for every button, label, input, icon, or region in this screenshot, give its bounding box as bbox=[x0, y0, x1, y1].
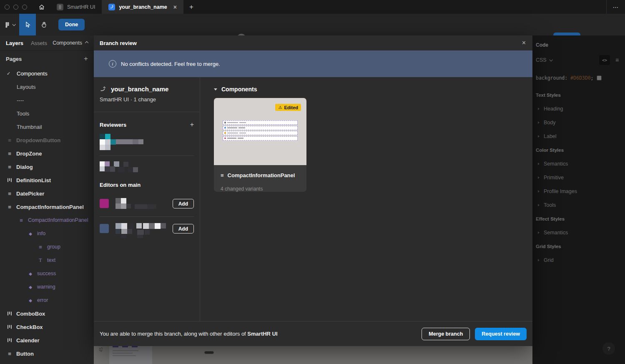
hand-tool-button[interactable] bbox=[36, 14, 53, 35]
page-item-layouts[interactable]: Layouts bbox=[0, 80, 94, 93]
list-view-toggle[interactable]: ≡ bbox=[612, 55, 622, 65]
banner-message: No conflicts detected. Feel free to merg… bbox=[121, 61, 220, 67]
close-tab-icon[interactable]: × bbox=[173, 4, 177, 10]
move-tool-button[interactable] bbox=[19, 14, 36, 35]
layer-variant-success[interactable]: ◆success bbox=[0, 267, 94, 280]
home-button[interactable] bbox=[33, 0, 50, 14]
layer-variant-warning[interactable]: ◆warning bbox=[0, 280, 94, 294]
layer-variant-info[interactable]: ◆info bbox=[0, 227, 94, 240]
changed-component-card[interactable]: ⚠ Edited ≡ CompactInform bbox=[214, 98, 306, 192]
window-more-menu-button[interactable]: ⋯ bbox=[607, 0, 625, 14]
style-item-tools[interactable]: Tools bbox=[532, 198, 625, 212]
layer-definitionlist[interactable]: DefinitionList bbox=[0, 173, 94, 187]
window-controls[interactable] bbox=[0, 5, 33, 10]
disclosure-icon bbox=[538, 108, 540, 110]
layer-label: error bbox=[37, 297, 48, 303]
canvas-frame-label: 45 bbox=[99, 347, 103, 352]
style-item-semantics[interactable]: Semantics bbox=[532, 157, 625, 171]
layer-calender[interactable]: Calender bbox=[0, 334, 94, 347]
page-item-components[interactable]: ✓ Components bbox=[0, 67, 94, 80]
layer-dialog[interactable]: ≡Dialog bbox=[0, 160, 94, 173]
window-close-button[interactable] bbox=[5, 5, 10, 10]
style-item-grid[interactable]: Grid bbox=[532, 253, 625, 267]
panel-tabs: Layers Assets Components bbox=[0, 35, 94, 51]
columns-frame-icon bbox=[7, 178, 13, 183]
page-label: Components bbox=[17, 70, 48, 77]
avatar bbox=[100, 199, 109, 208]
layer-datepicker[interactable]: ≡DatePicker bbox=[0, 187, 94, 200]
pages-title: Pages bbox=[6, 56, 22, 62]
redacted-reviewer-info bbox=[100, 161, 194, 173]
add-reviewer-button[interactable]: + bbox=[190, 121, 194, 128]
tab-assets[interactable]: Assets bbox=[31, 40, 47, 46]
layer-label: warning bbox=[37, 284, 55, 290]
add-editor-button[interactable]: Add bbox=[173, 199, 194, 208]
color-styles-header: Color Styles bbox=[532, 143, 625, 157]
changes-panel: Components ⚠ Edited bbox=[200, 77, 532, 321]
style-label: Heading bbox=[544, 106, 563, 112]
home-icon bbox=[38, 4, 45, 10]
style-label: Semantics bbox=[544, 161, 568, 167]
page-label: ---- bbox=[17, 97, 24, 103]
window-minimize-button[interactable] bbox=[13, 5, 18, 10]
components-section-header[interactable]: Components bbox=[214, 86, 532, 93]
pages-list: ✓ Components Layouts ---- Tools Thumbnai… bbox=[0, 67, 94, 133]
close-icon[interactable]: × bbox=[522, 40, 526, 46]
chevron-up-icon bbox=[85, 41, 88, 45]
style-item-heading[interactable]: Heading bbox=[532, 102, 625, 115]
layer-text[interactable]: Ttext bbox=[0, 254, 94, 267]
hand-tool-icon bbox=[41, 21, 48, 28]
main-menu-button[interactable] bbox=[0, 14, 19, 35]
modal-header: Branch review × bbox=[94, 35, 532, 50]
layer-group[interactable]: ≡group bbox=[0, 240, 94, 254]
done-button[interactable]: Done bbox=[58, 19, 85, 30]
layer-compactinformationpanel[interactable]: ≡CompactInformationPanel bbox=[0, 200, 94, 213]
page-item-thumbnail[interactable]: Thumbnail bbox=[0, 120, 94, 133]
layer-compactinformationpanel-set[interactable]: ≡CompactInformationPanel bbox=[0, 213, 94, 227]
inspect-panel: Code CSS <> ≡ background: #D6D3D0 ; Text… bbox=[532, 35, 625, 364]
code-language-dropdown[interactable]: CSS bbox=[536, 57, 552, 63]
tab-your-branch-name[interactable]: your_branch_name × bbox=[102, 0, 183, 14]
variant-thumbnails bbox=[223, 120, 298, 141]
style-item-profile-images[interactable]: Profile Images bbox=[532, 184, 625, 198]
merge-branch-button[interactable]: Merge branch bbox=[422, 328, 470, 340]
layer-label: DropZone bbox=[16, 151, 42, 157]
style-item-effect-semantics[interactable]: Semantics bbox=[532, 226, 625, 239]
layer-label: DatePicker bbox=[16, 191, 44, 197]
layer-dropdownbutton[interactable]: ≡DropdownButton bbox=[0, 133, 94, 147]
style-item-label[interactable]: Label bbox=[532, 129, 625, 143]
columns-frame-icon bbox=[7, 311, 13, 316]
layer-dropzone[interactable]: ≡DropZone bbox=[0, 147, 94, 160]
help-button[interactable]: ? bbox=[602, 342, 615, 355]
chevron-down-icon bbox=[214, 88, 217, 90]
window-zoom-button[interactable] bbox=[22, 5, 27, 10]
component-preview: ⚠ Edited bbox=[214, 98, 306, 165]
add-page-button[interactable]: + bbox=[84, 55, 88, 63]
request-review-button[interactable]: Request review bbox=[475, 328, 527, 340]
style-item-primitive[interactable]: Primitive bbox=[532, 171, 625, 184]
layer-checkbox[interactable]: CheckBox bbox=[0, 320, 94, 334]
disclosure-icon bbox=[538, 190, 540, 193]
code-language-row: CSS <> ≡ bbox=[532, 55, 625, 65]
new-tab-button[interactable]: + bbox=[183, 0, 199, 14]
style-label: Body bbox=[544, 120, 556, 126]
style-item-body[interactable]: Body bbox=[532, 115, 625, 129]
horizontal-scrollbar[interactable] bbox=[204, 351, 214, 354]
disclosure-icon bbox=[538, 163, 540, 165]
page-item-separator[interactable]: ---- bbox=[0, 93, 94, 107]
text-layer-icon: T bbox=[38, 257, 43, 264]
tab-layers[interactable]: Layers bbox=[6, 40, 23, 46]
tab-smarthr-ui[interactable]: SmartHR UI bbox=[50, 0, 102, 14]
layer-combobox[interactable]: ComboBox bbox=[0, 307, 94, 320]
page-item-tools[interactable]: Tools bbox=[0, 107, 94, 120]
layer-variant-error[interactable]: ◆error bbox=[0, 294, 94, 307]
layer-button[interactable]: ≡Button bbox=[0, 347, 94, 360]
css-code-line: background: #D6D3D0 ; bbox=[536, 75, 625, 81]
add-editor-button[interactable]: Add bbox=[173, 224, 194, 233]
rows-frame-icon: ≡ bbox=[7, 137, 13, 143]
canvas-frame[interactable] bbox=[109, 346, 152, 364]
code-view-toggle[interactable]: <> bbox=[599, 55, 610, 65]
page-label: Tools bbox=[17, 110, 29, 117]
page-dropdown[interactable]: Components bbox=[53, 40, 88, 46]
edited-badge-label: Edited bbox=[284, 105, 298, 110]
